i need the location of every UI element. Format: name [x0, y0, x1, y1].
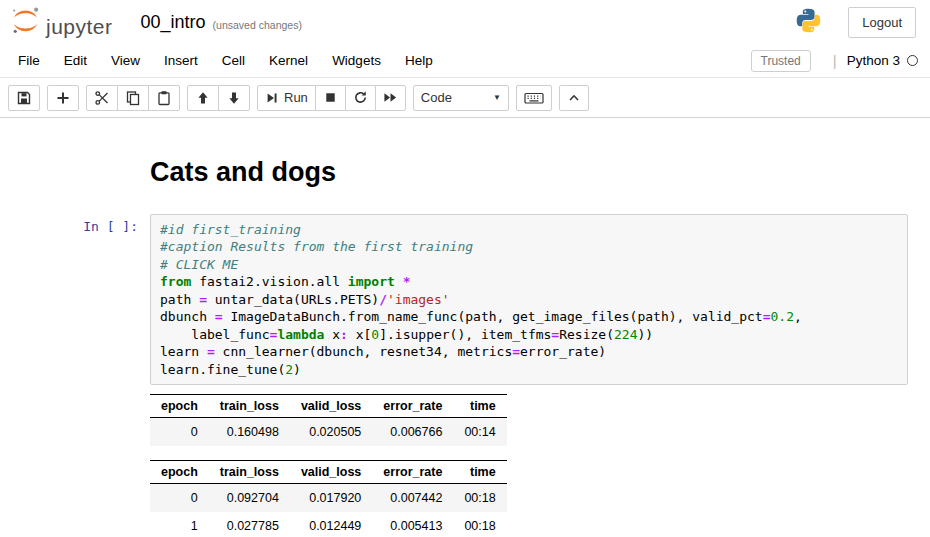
- run-icon: [265, 91, 279, 105]
- separator: |: [833, 52, 837, 69]
- restart-run-all-button[interactable]: [375, 85, 406, 111]
- output-area: epochtrain_lossvalid_losserror_ratetime0…: [150, 394, 507, 537]
- table-cell: 0.006766: [372, 418, 453, 447]
- scroll-up-button[interactable]: [559, 85, 589, 111]
- table-row: 00.0927040.0179200.00744200:18: [150, 484, 507, 513]
- code-cell-input: In [ ]: #id first_training#caption Resul…: [0, 214, 930, 386]
- add-cell-button[interactable]: [47, 85, 79, 111]
- code-editor[interactable]: #id first_training#caption Results from …: [150, 214, 908, 386]
- code-cell-output: epochtrain_lossvalid_losserror_ratetime0…: [0, 394, 930, 537]
- kernel-idle-icon: [907, 55, 918, 66]
- interrupt-icon: [323, 90, 338, 105]
- python-logo-icon: [795, 7, 822, 38]
- menu-file[interactable]: File: [6, 46, 52, 75]
- move-cell-up-button[interactable]: [187, 85, 219, 111]
- table-header-cell: error_rate: [372, 395, 453, 418]
- table-cell: 00:18: [453, 512, 506, 537]
- table-cell: 0.020505: [290, 418, 372, 447]
- trusted-badge[interactable]: Trusted: [751, 50, 811, 72]
- move-down-icon: [226, 90, 242, 106]
- table-row: 10.0277850.0124490.00541300:18: [150, 512, 507, 537]
- table-cell: 0.017920: [290, 484, 372, 513]
- menu-cell[interactable]: Cell: [210, 46, 257, 75]
- markdown-heading: Cats and dogs: [150, 158, 336, 188]
- menubar: File Edit View Insert Cell Kernel Widget…: [0, 44, 930, 78]
- move-cell-down-button[interactable]: [218, 85, 250, 111]
- table-cell: 0.027785: [209, 512, 290, 537]
- table-header-cell: valid_loss: [290, 461, 372, 484]
- kernel-name: Python 3: [847, 53, 900, 68]
- table-cell: 00:14: [453, 418, 506, 447]
- notebook: Cats and dogs In [ ]: #id first_training…: [0, 118, 930, 537]
- save-button[interactable]: [8, 85, 40, 111]
- keyboard-icon: [524, 90, 544, 106]
- menu-view[interactable]: View: [99, 46, 152, 75]
- table-cell: 1: [150, 512, 209, 537]
- interrupt-kernel-button[interactable]: [315, 85, 346, 111]
- cut-icon: [94, 90, 110, 106]
- add-cell-icon: [55, 90, 71, 106]
- markdown-prompt: [0, 158, 150, 214]
- toolbar: Run Code ▼: [0, 78, 930, 117]
- table-cell: 0.007442: [372, 484, 453, 513]
- menu-insert[interactable]: Insert: [152, 46, 210, 75]
- table-cell: 00:18: [453, 484, 506, 513]
- chevron-up-icon: [567, 91, 581, 105]
- copy-icon: [125, 90, 141, 106]
- menu-widgets[interactable]: Widgets: [320, 46, 393, 75]
- training-results-table-1: epochtrain_lossvalid_losserror_ratetime0…: [150, 394, 507, 446]
- menu-help[interactable]: Help: [393, 46, 445, 75]
- cut-cell-button[interactable]: [86, 85, 118, 111]
- save-icon: [16, 90, 32, 106]
- dropdown-caret-icon: ▼: [493, 93, 501, 102]
- table-header-cell: epoch: [150, 395, 209, 418]
- table-header-cell: train_loss: [209, 395, 290, 418]
- paste-cell-button[interactable]: [148, 85, 180, 111]
- header: jupyter 00_intro (unsaved changes) Logou…: [0, 0, 930, 118]
- table-header-cell: valid_loss: [290, 395, 372, 418]
- table-row: 00.1604980.0205050.00676600:14: [150, 418, 507, 447]
- table-cell: 0.092704: [209, 484, 290, 513]
- cell-type-value: Code: [421, 90, 452, 105]
- table-cell: 0.012449: [290, 512, 372, 537]
- move-up-icon: [195, 90, 211, 106]
- table-cell: 0: [150, 484, 209, 513]
- run-button[interactable]: Run: [257, 85, 316, 111]
- menu-kernel[interactable]: Kernel: [257, 46, 320, 75]
- notebook-title[interactable]: 00_intro: [141, 12, 206, 33]
- table-header-cell: error_rate: [372, 461, 453, 484]
- jupyter-logo[interactable]: jupyter: [10, 5, 113, 40]
- run-button-label: Run: [284, 90, 308, 105]
- markdown-cell[interactable]: Cats and dogs: [0, 158, 930, 214]
- cell-type-dropdown[interactable]: Code ▼: [413, 85, 509, 111]
- checkpoint-status: (unsaved changes): [213, 14, 302, 31]
- menubar-right: Trusted | Python 3: [751, 50, 924, 72]
- table-header-cell: epoch: [150, 461, 209, 484]
- paste-icon: [156, 90, 172, 106]
- restart-run-all-icon: [383, 90, 398, 105]
- table-header-cell: time: [453, 461, 506, 484]
- jupyter-wordmark: jupyter: [46, 16, 113, 40]
- table-cell: 0: [150, 418, 209, 447]
- table-header-cell: train_loss: [209, 461, 290, 484]
- restart-icon: [353, 90, 368, 105]
- copy-cell-button[interactable]: [117, 85, 149, 111]
- table-header-cell: time: [453, 395, 506, 418]
- menu-edit[interactable]: Edit: [52, 46, 99, 75]
- header-right: Logout: [795, 7, 920, 38]
- training-results-table-2: epochtrain_lossvalid_losserror_ratetime0…: [150, 460, 507, 537]
- restart-kernel-button[interactable]: [345, 85, 376, 111]
- input-prompt: In [ ]:: [0, 214, 150, 386]
- output-prompt: [0, 394, 150, 537]
- logout-button[interactable]: Logout: [848, 7, 916, 38]
- header-top: jupyter 00_intro (unsaved changes) Logou…: [0, 0, 930, 44]
- table-cell: 0.160498: [209, 418, 290, 447]
- table-cell: 0.005413: [372, 512, 453, 537]
- command-palette-button[interactable]: [516, 85, 552, 111]
- jupyter-logo-icon: [10, 5, 41, 40]
